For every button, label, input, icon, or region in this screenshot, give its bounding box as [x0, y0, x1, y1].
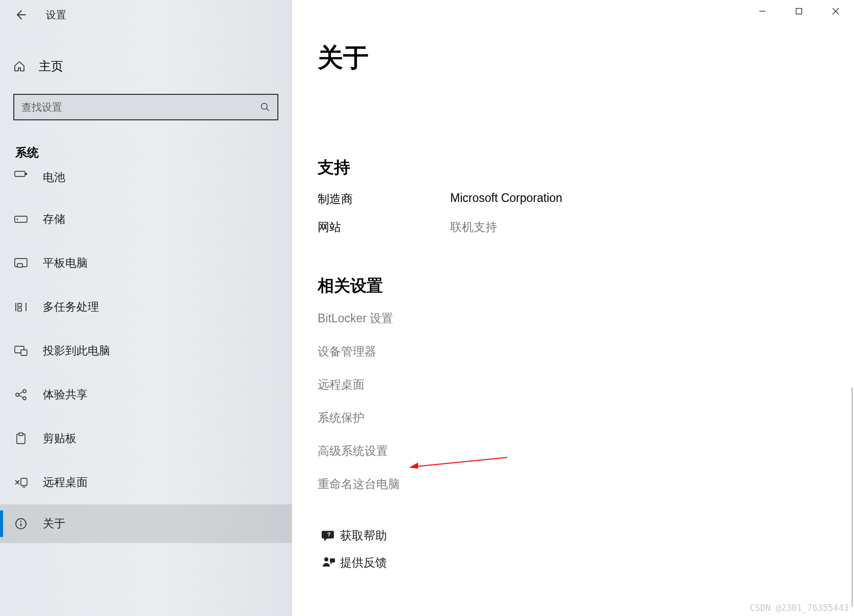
minimize-button[interactable] [744, 0, 781, 22]
sidebar-item-label: 电池 [43, 170, 65, 185]
window-controls [744, 0, 854, 22]
svg-point-14 [16, 393, 19, 396]
sidebar-item-label: 关于 [43, 516, 65, 531]
help-feedback[interactable]: 提供反馈 [318, 555, 854, 571]
battery-icon [13, 170, 29, 178]
sidebar-item-project[interactable]: 投影到此电脑 [0, 329, 292, 373]
sidebar-item-remote[interactable]: 远程桌面 [0, 460, 292, 504]
related-settings-section: 相关设置 BitLocker 设置 设备管理器 远程桌面 系统保护 高级系统设置… [318, 275, 854, 492]
link-bitlocker[interactable]: BitLocker 设置 [318, 311, 854, 326]
sidebar-item-label: 剪贴板 [43, 431, 76, 446]
svg-line-1 [267, 109, 269, 111]
tablet-icon [13, 258, 29, 268]
share-icon [13, 389, 29, 400]
project-icon [13, 346, 29, 356]
support-row-website: 网站 联机支持 [318, 219, 854, 235]
svg-rect-3 [25, 173, 27, 175]
help-label: 获取帮助 [340, 528, 387, 544]
sidebar-item-about[interactable]: 关于 [0, 504, 292, 543]
help-section: ? 获取帮助 提供反馈 [318, 528, 854, 571]
remote-desktop-icon [13, 477, 29, 487]
svg-line-17 [19, 392, 23, 394]
related-heading: 相关设置 [318, 275, 854, 297]
sidebar-item-multitask[interactable]: 多任务处理 [0, 285, 292, 329]
support-key: 制造商 [318, 191, 450, 207]
search-input[interactable] [21, 101, 260, 113]
minimize-icon [758, 7, 766, 15]
support-section: 支持 制造商 Microsoft Corporation 网站 联机支持 [318, 157, 854, 235]
svg-point-16 [23, 397, 26, 400]
link-remote-desktop[interactable]: 远程桌面 [318, 377, 854, 393]
svg-point-15 [23, 390, 26, 393]
main-content: 关于 支持 制造商 Microsoft Corporation 网站 联机支持 … [292, 0, 854, 616]
sidebar-item-label: 存储 [43, 212, 65, 227]
multitask-icon [13, 302, 29, 312]
svg-rect-2 [15, 171, 25, 176]
settings-window: 设置 主页 系统 电池 [0, 0, 854, 616]
svg-rect-13 [21, 350, 27, 355]
svg-rect-4 [15, 216, 27, 222]
support-heading: 支持 [318, 157, 854, 179]
support-value: Microsoft Corporation [450, 191, 562, 207]
svg-rect-7 [17, 264, 22, 267]
sidebar-item-tablet[interactable]: 平板电脑 [0, 241, 292, 285]
svg-rect-20 [19, 433, 23, 435]
svg-rect-21 [21, 478, 27, 485]
sidebar-item-label: 远程桌面 [43, 475, 88, 490]
sidebar-home-label: 主页 [39, 58, 63, 74]
help-chat-icon: ? [318, 529, 340, 543]
back-button[interactable] [11, 6, 30, 24]
search-box[interactable] [13, 94, 278, 120]
svg-point-0 [262, 104, 268, 110]
link-system-protection[interactable]: 系统保护 [318, 410, 854, 426]
home-icon [12, 60, 27, 72]
watermark: CSDN @2301_76355443 [750, 603, 849, 613]
help-label: 提供反馈 [340, 555, 387, 571]
clipboard-icon [13, 432, 29, 445]
page-title: 关于 [318, 41, 854, 75]
scrollbar[interactable] [851, 388, 853, 607]
svg-point-27 [324, 557, 328, 561]
maximize-button[interactable] [781, 0, 817, 22]
app-title: 设置 [46, 8, 66, 22]
sidebar: 设置 主页 系统 电池 [0, 0, 292, 616]
storage-icon [13, 216, 29, 223]
titlebar-left: 设置 [0, 0, 292, 30]
help-get-help[interactable]: ? 获取帮助 [318, 528, 854, 544]
svg-rect-9 [18, 303, 21, 306]
sidebar-item-label: 投影到此电脑 [43, 343, 110, 358]
svg-rect-30 [796, 9, 802, 14]
feedback-icon [318, 556, 340, 570]
svg-point-5 [17, 219, 18, 220]
search-wrap [13, 94, 278, 120]
sidebar-section-title: 系统 [0, 145, 292, 161]
svg-rect-10 [18, 308, 21, 311]
back-arrow-icon [14, 9, 27, 21]
sidebar-nav-list: 电池 存储 平板电脑 多任务处理 [0, 170, 292, 543]
close-button[interactable] [817, 0, 854, 22]
sidebar-item-label: 平板电脑 [43, 255, 88, 271]
link-rename-pc[interactable]: 重命名这台电脑 [318, 476, 854, 492]
svg-line-18 [19, 395, 23, 398]
sidebar-item-battery[interactable]: 电池 [0, 170, 292, 197]
support-row-manufacturer: 制造商 Microsoft Corporation [318, 191, 854, 207]
sidebar-item-clipboard[interactable]: 剪贴板 [0, 417, 292, 460]
sidebar-item-share[interactable]: 体验共享 [0, 373, 292, 417]
svg-rect-28 [330, 558, 335, 562]
svg-text:?: ? [327, 531, 331, 537]
search-icon [260, 102, 270, 112]
close-icon [832, 7, 840, 15]
sidebar-item-label: 体验共享 [43, 387, 88, 402]
sidebar-item-storage[interactable]: 存储 [0, 197, 292, 241]
svg-point-24 [20, 521, 21, 522]
support-link[interactable]: 联机支持 [450, 219, 497, 235]
sidebar-item-label: 多任务处理 [43, 299, 99, 315]
link-advanced-system[interactable]: 高级系统设置 [318, 443, 854, 459]
support-key: 网站 [318, 219, 450, 235]
sidebar-home[interactable]: 主页 [0, 50, 292, 83]
link-device-manager[interactable]: 设备管理器 [318, 344, 854, 360]
maximize-icon [795, 8, 803, 15]
info-icon [13, 518, 29, 530]
